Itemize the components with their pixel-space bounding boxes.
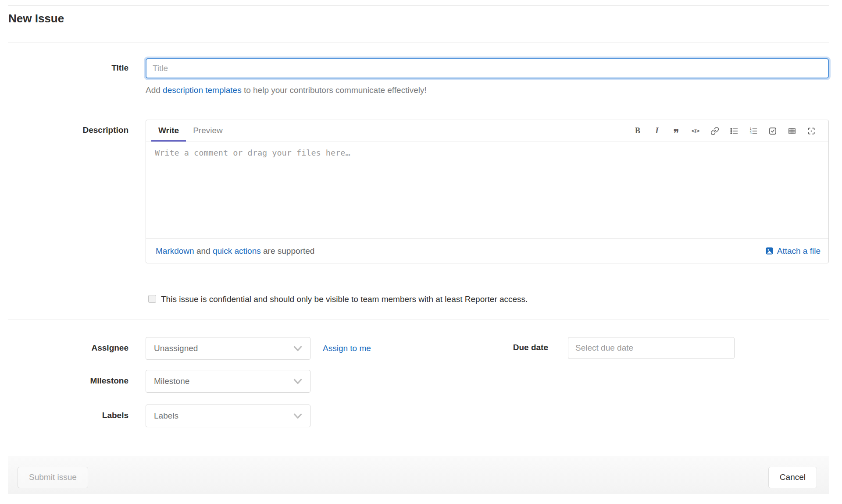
bulleted-list-icon[interactable] bbox=[729, 126, 739, 136]
labels-row: Labels Labels bbox=[8, 405, 829, 427]
title-label: Title bbox=[8, 58, 146, 78]
task-list-icon[interactable] bbox=[768, 126, 778, 136]
attach-a-file-button[interactable]: Attach a file bbox=[765, 246, 821, 256]
attach-image-icon bbox=[765, 247, 774, 255]
confidential-checkbox[interactable] bbox=[148, 295, 156, 303]
description-textarea[interactable] bbox=[155, 148, 820, 232]
labels-dropdown-value: Labels bbox=[154, 411, 178, 421]
description-label: Description bbox=[8, 120, 146, 263]
editor-tabs: Write Preview bbox=[146, 120, 230, 142]
due-date-input[interactable] bbox=[568, 337, 735, 359]
svg-text:3: 3 bbox=[750, 131, 752, 135]
submit-issue-button[interactable]: Submit issue bbox=[18, 467, 88, 488]
assignee-label: Assignee bbox=[8, 337, 146, 360]
labels-dropdown[interactable]: Labels bbox=[146, 405, 310, 427]
fullscreen-icon[interactable] bbox=[806, 126, 816, 136]
title-help-text: Add description templates to help your c… bbox=[146, 85, 829, 95]
help-prefix: Add bbox=[146, 85, 163, 95]
description-row: Description Write Preview B I ❞ </> bbox=[8, 120, 829, 263]
markdown-link[interactable]: Markdown bbox=[156, 246, 194, 256]
confidential-row: This issue is confidential and should on… bbox=[8, 294, 829, 304]
quick-actions-link[interactable]: quick actions bbox=[213, 246, 261, 256]
code-icon[interactable]: </> bbox=[691, 126, 700, 136]
help-suffix: to help your contributors communicate ef… bbox=[242, 85, 427, 95]
markdown-support-text: Markdown and quick actions are supported bbox=[156, 246, 314, 256]
new-issue-page: New Issue Title Add description template… bbox=[0, 5, 842, 494]
description-templates-link[interactable]: description templates bbox=[163, 85, 242, 95]
link-icon[interactable] bbox=[710, 126, 720, 136]
markdown-editor-footer: Markdown and quick actions are supported… bbox=[146, 238, 828, 263]
markdown-editor: Write Preview B I ❞ </> 123 bbox=[146, 120, 829, 263]
divider-top bbox=[8, 5, 829, 6]
markdown-toolbar: B I ❞ </> 123 bbox=[633, 120, 828, 142]
due-date-label: Due date bbox=[456, 337, 568, 359]
divider-middle bbox=[8, 319, 829, 319]
cancel-button[interactable]: Cancel bbox=[768, 467, 817, 488]
milestone-dropdown[interactable]: Milestone bbox=[146, 370, 310, 393]
assignee-dropdown[interactable]: Unassigned bbox=[146, 337, 310, 360]
milestone-label: Milestone bbox=[8, 370, 146, 393]
chevron-down-icon bbox=[293, 376, 303, 387]
table-icon[interactable] bbox=[787, 126, 797, 136]
form-actions-bar: Submit issue Cancel bbox=[8, 456, 829, 494]
milestone-dropdown-value: Milestone bbox=[154, 376, 189, 386]
title-row: Title bbox=[8, 58, 829, 78]
support-text-middle: and bbox=[194, 246, 213, 256]
divider-header bbox=[8, 42, 829, 43]
assignee-row: Assignee Unassigned Assign to me Due dat… bbox=[8, 337, 829, 360]
title-input[interactable] bbox=[146, 58, 829, 78]
page-title: New Issue bbox=[8, 12, 829, 25]
quote-icon[interactable]: ❞ bbox=[671, 126, 681, 136]
bold-icon[interactable]: B bbox=[633, 126, 642, 136]
numbered-list-icon[interactable]: 123 bbox=[749, 126, 758, 136]
due-date-group: Due date bbox=[456, 337, 735, 359]
tab-write[interactable]: Write bbox=[151, 120, 186, 142]
chevron-down-icon bbox=[293, 411, 303, 421]
confidential-label: This issue is confidential and should on… bbox=[161, 294, 528, 304]
assign-to-me-link[interactable]: Assign to me bbox=[323, 344, 371, 353]
attach-a-file-label: Attach a file bbox=[777, 246, 821, 256]
chevron-down-icon bbox=[293, 343, 303, 354]
italic-icon[interactable]: I bbox=[652, 126, 662, 136]
markdown-editor-header: Write Preview B I ❞ </> 123 bbox=[146, 120, 828, 142]
markdown-editor-body bbox=[146, 142, 828, 238]
tab-preview[interactable]: Preview bbox=[186, 120, 230, 142]
labels-label: Labels bbox=[8, 405, 146, 427]
milestone-row: Milestone Milestone bbox=[8, 370, 829, 393]
assignee-dropdown-value: Unassigned bbox=[154, 344, 198, 353]
support-text-suffix: are supported bbox=[261, 246, 315, 256]
